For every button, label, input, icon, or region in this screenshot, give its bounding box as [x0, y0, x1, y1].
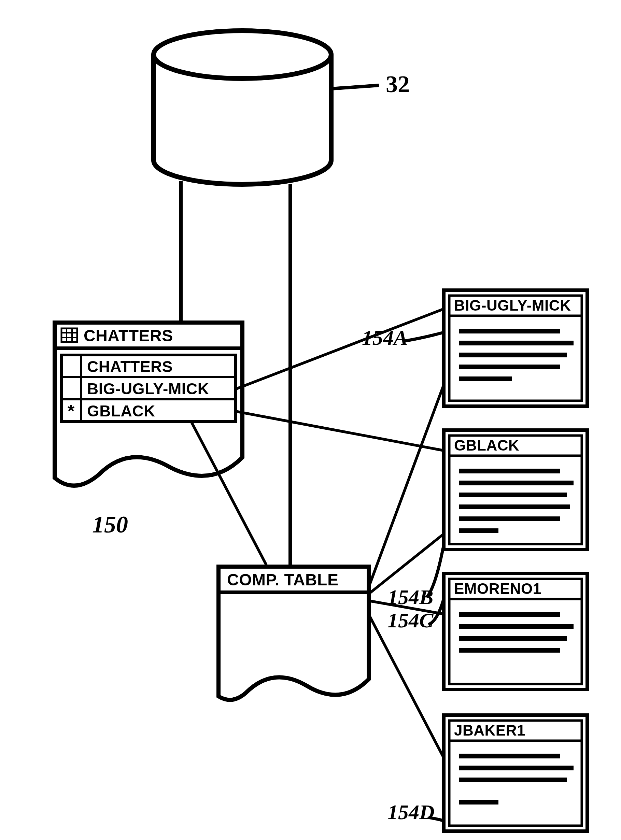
ref-154B: 154B	[388, 586, 433, 608]
svg-point-0	[154, 31, 331, 79]
leader-154A	[403, 333, 442, 341]
link-comp-to-A	[369, 375, 447, 587]
profile-D-title: JBAKER1	[454, 722, 526, 739]
ref-154D: 154D	[388, 801, 435, 823]
link-row-gblack-to-profileB	[236, 411, 444, 451]
ref-154A: 154A	[362, 326, 407, 349]
ref-150: 150	[92, 511, 128, 537]
profile-card-C: EMORENO1	[444, 574, 587, 689]
profile-card-B: GBLACK	[444, 430, 587, 549]
chatters-title: CHATTERS	[84, 327, 173, 345]
link-comp-to-D	[369, 614, 445, 761]
comp-table-title: COMP. TABLE	[227, 571, 338, 589]
row2-name: GBLACK	[87, 402, 155, 420]
link-row-bum-to-profileA	[236, 309, 444, 389]
profile-C-title: EMORENO1	[454, 580, 541, 597]
chatters-window: CHATTERS CHATTERS BIG-UGLY-MICK * GBLACK	[55, 322, 242, 486]
profile-A-title: BIG-UGLY-MICK	[454, 297, 571, 314]
profile-card-A: BIG-UGLY-MICK	[444, 290, 587, 406]
row2-marker: *	[68, 401, 75, 421]
diagram-canvas: 32 CHATTERS CHATTERS BIG-UGLY-MICK	[0, 0, 621, 840]
profile-B-title: GBLACK	[454, 437, 519, 454]
database-cylinder: 32	[154, 31, 410, 184]
row0-name: CHATTERS	[87, 358, 173, 375]
ref-154C: 154C	[388, 608, 433, 632]
ref-32: 32	[386, 71, 410, 97]
row1-name: BIG-UGLY-MICK	[87, 380, 209, 398]
comp-table-window: COMP. TABLE	[218, 567, 369, 700]
profile-card-D: JBAKER1	[444, 715, 587, 831]
